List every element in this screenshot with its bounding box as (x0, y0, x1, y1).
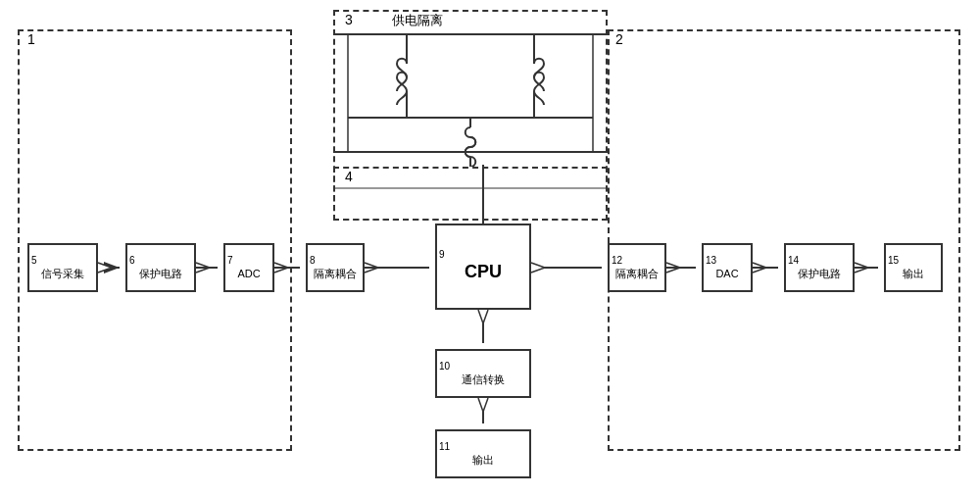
region-3-label: 3 (345, 12, 353, 27)
block-10-num: 10 (437, 361, 452, 373)
diagram: 1 2 3 供电隔离 4 5 信号采集 (0, 0, 980, 497)
block-10-text: 通信转换 (462, 373, 505, 386)
block-6-text: 保护电路 (139, 267, 182, 280)
block-7-num: 7 (225, 255, 235, 267)
block-7: 7 ADC (223, 243, 274, 292)
region-1 (18, 29, 292, 451)
block-13-text: DAC (715, 267, 738, 280)
region-3-title: 供电隔离 (392, 12, 443, 29)
region-4 (333, 167, 608, 221)
block-10: 10 通信转换 (435, 349, 531, 398)
region-4-label: 4 (345, 169, 353, 184)
block-14-num: 14 (786, 255, 801, 267)
block-13-num: 13 (704, 255, 718, 267)
block-12: 12 隔离耦合 (608, 243, 666, 292)
block-14-text: 保护电路 (798, 267, 841, 280)
block-6-num: 6 (127, 255, 137, 267)
block-11-text: 输出 (472, 453, 494, 467)
region-2-label: 2 (615, 31, 623, 47)
block-11-num: 11 (437, 441, 452, 453)
block-9-text: CPU (465, 261, 502, 283)
block-8: 8 隔离耦合 (306, 243, 365, 292)
block-15-num: 15 (886, 255, 901, 267)
block-7-text: ADC (237, 267, 260, 280)
block-13: 13 DAC (702, 243, 753, 292)
block-8-text: 隔离耦合 (314, 267, 357, 280)
block-15: 15 输出 (884, 243, 943, 292)
block-15-text: 输出 (903, 267, 924, 280)
block-8-num: 8 (308, 255, 318, 267)
block-5-num: 5 (29, 255, 39, 267)
block-11: 11 输出 (435, 429, 531, 478)
block-12-num: 12 (610, 255, 624, 267)
block-6: 6 保护电路 (125, 243, 196, 292)
region-1-label: 1 (27, 31, 35, 47)
block-5-text: 信号采集 (41, 267, 84, 280)
block-9: 9 CPU (435, 224, 531, 310)
block-9-num: 9 (437, 249, 447, 261)
region-2 (608, 29, 960, 451)
transformer-symbol (348, 29, 593, 167)
block-12-text: 隔离耦合 (615, 267, 659, 280)
block-14: 14 保护电路 (784, 243, 855, 292)
block-5: 5 信号采集 (27, 243, 98, 292)
